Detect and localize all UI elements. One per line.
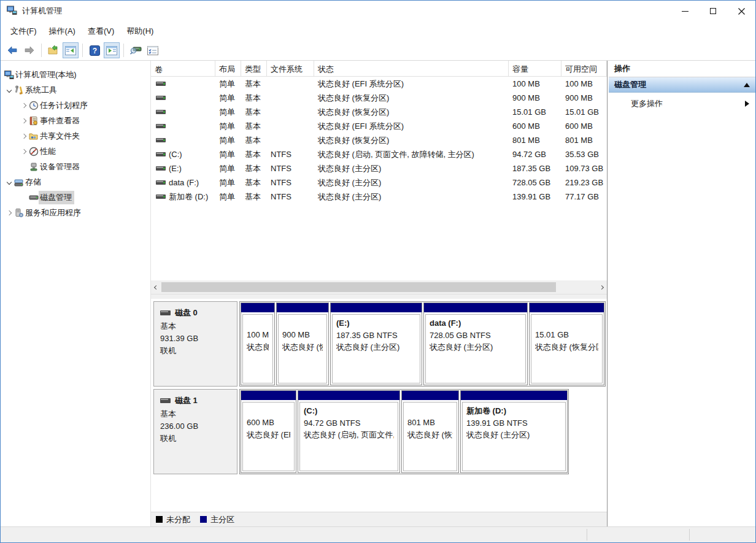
scroll-right-arrow[interactable] (596, 280, 607, 294)
volume-status: 状态良好 (启动, 页面文件, 故障转储, 主分区) (314, 149, 509, 160)
disk-management-view: 卷 布局 类型 文件系统 状态 容量 可用空间 简单 基本 状态良好 (EFI … (151, 61, 607, 526)
expand-chevron[interactable] (4, 88, 14, 92)
tree-item-device-manager[interactable]: 设备管理器 (1, 159, 150, 174)
partition-recovery-900mb[interactable]: 900 MB 状态良好 (恢复分区) (276, 302, 329, 385)
customize-view-button[interactable] (145, 42, 161, 58)
volume-capacity: 94.72 GB (509, 150, 561, 159)
help-button[interactable]: ? (87, 42, 102, 58)
volume-icon (156, 82, 166, 86)
forward-button[interactable] (21, 42, 37, 58)
console-tree: 计算机管理(本地) 系统工具 任务计划程序 (1, 61, 151, 526)
tree-item-computer-management[interactable]: 计算机管理(本地) (1, 67, 150, 82)
performance-icon (29, 147, 39, 156)
table-row[interactable]: (C:) 简单 基本 NTFS 状态良好 (启动, 页面文件, 故障转储, 主分… (151, 147, 607, 161)
partition-title (407, 405, 453, 417)
disk-icon (160, 310, 171, 315)
partition-efi-600mb[interactable]: 600 MB 状态良好 (EFI 系统分区) (241, 390, 296, 473)
table-row[interactable]: (E:) 简单 基本 NTFS 状态良好 (主分区) 187.35 GB 109… (151, 161, 607, 175)
table-row[interactable]: 新加卷 (D:) 简单 基本 NTFS 状态良好 (主分区) 139.91 GB… (151, 190, 607, 204)
volume-status: 状态良好 (EFI 系统分区) (314, 121, 509, 132)
expand-chevron[interactable] (4, 211, 14, 215)
shared-folder-icon (29, 131, 39, 141)
tree-item-storage[interactable]: 存储 (1, 174, 150, 190)
tree-item-disk-management[interactable]: 磁盘管理 (1, 190, 150, 205)
chevron-left-icon (154, 285, 158, 289)
expand-chevron[interactable] (19, 104, 29, 107)
menu-file[interactable]: 文件(F) (4, 23, 43, 39)
partition-size: 100 MB (247, 329, 269, 341)
menu-action[interactable]: 操作(A) (43, 23, 82, 39)
table-row[interactable]: 简单 基本 状态良好 (恢复分区) 15.01 GB 15.01 GB (151, 105, 607, 119)
volume-layout: 简单 (215, 163, 241, 174)
tree-item-shared-folders[interactable]: 共享文件夹 (1, 128, 150, 144)
disk-management-icon (29, 193, 39, 202)
column-header-volume[interactable]: 卷 (151, 61, 215, 76)
scrollbar-thumb[interactable] (161, 282, 556, 292)
volume-icon (156, 194, 166, 199)
partition-c[interactable]: (C:) 94.72 GB NTFS 状态良好 (启动, 页面文件, 故障转储,… (298, 390, 400, 473)
more-actions-item[interactable]: 更多操作 (609, 93, 755, 115)
partition-efi-100mb[interactable]: 100 MB 状态良好 (EFI 系统分区) (241, 302, 275, 385)
disk-inspect-button[interactable] (128, 42, 144, 58)
volume-type: 基本 (241, 121, 267, 132)
horizontal-scrollbar[interactable] (151, 280, 607, 294)
volume-layout: 简单 (215, 135, 241, 146)
volume-name: (C:) (169, 150, 182, 159)
partition-recovery-15gb[interactable]: 15.01 GB 状态良好 (恢复分区) (529, 302, 604, 385)
export-list-button[interactable] (45, 42, 61, 58)
column-header-status[interactable]: 状态 (314, 61, 509, 76)
minimize-icon (682, 11, 688, 12)
actions-section-header[interactable]: 磁盘管理 (609, 77, 755, 93)
close-button[interactable] (727, 1, 755, 21)
partition-new-volume-d[interactable]: 新加卷 (D:) 139.91 GB NTFS 状态良好 (主分区) (460, 390, 568, 473)
menu-help[interactable]: 帮助(H) (120, 23, 160, 39)
volume-type: 基本 (241, 93, 267, 104)
volume-free: 15.01 GB (561, 107, 607, 117)
expand-chevron[interactable] (19, 119, 29, 123)
chevron-right-icon (21, 118, 26, 123)
tree-item-performance[interactable]: 性能 (1, 144, 150, 159)
tree-item-services-applications[interactable]: 服务和应用程序 (1, 205, 150, 220)
column-header-fs[interactable]: 文件系统 (267, 61, 314, 76)
back-button[interactable] (4, 42, 20, 58)
maximize-button[interactable] (699, 1, 727, 21)
column-header-layout[interactable]: 布局 (215, 61, 241, 76)
show-console-tree-button[interactable] (63, 42, 79, 58)
tree-item-system-tools[interactable]: 系统工具 (1, 82, 150, 98)
toolbar: ? (1, 40, 755, 61)
partition-status: 状态良好 (恢复分区) (282, 341, 323, 353)
expand-chevron[interactable] (19, 150, 29, 153)
partition-recovery-801mb[interactable]: 801 MB 状态良好 (恢复分区) (401, 390, 459, 473)
partition-e[interactable]: (E:) 187.35 GB NTFS 状态良好 (主分区) (330, 302, 422, 385)
column-header-capacity[interactable]: 容量 (509, 61, 561, 76)
table-row[interactable]: 简单 基本 状态良好 (EFI 系统分区) 600 MB 600 MB (151, 119, 607, 133)
tree-item-event-viewer[interactable]: 事件查看器 (1, 113, 150, 128)
table-row[interactable]: 简单 基本 状态良好 (EFI 系统分区) 100 MB 100 MB (151, 77, 607, 91)
table-row[interactable]: 简单 基本 状态良好 (恢复分区) 801 MB 801 MB (151, 133, 607, 147)
disk1-info-box[interactable]: 磁盘 1 基本 236.00 GB 联机 (153, 389, 237, 474)
disk0-info-box[interactable]: 磁盘 0 基本 931.39 GB 联机 (153, 301, 237, 387)
system-tools-icon (14, 85, 24, 95)
close-icon (738, 8, 745, 15)
chevron-right-icon (600, 285, 604, 289)
tree-item-task-scheduler[interactable]: 任务计划程序 (1, 98, 150, 113)
expand-chevron[interactable] (19, 134, 29, 138)
pane-splitter[interactable] (151, 294, 607, 299)
table-row[interactable]: 简单 基本 状态良好 (恢复分区) 900 MB 900 MB (151, 91, 607, 105)
menu-view[interactable]: 查看(V) (82, 23, 120, 39)
column-header-free[interactable]: 可用空间 (561, 61, 607, 76)
minimize-button[interactable] (671, 1, 699, 21)
table-row[interactable]: data (F:) 简单 基本 NTFS 状态良好 (主分区) 728.05 G… (151, 175, 607, 190)
expand-chevron[interactable] (4, 180, 14, 184)
scroll-left-arrow[interactable] (151, 280, 161, 294)
volume-icon (156, 124, 166, 128)
tree-label: 任务计划程序 (40, 100, 88, 111)
partition-color-bar (298, 391, 399, 400)
volume-fs: NTFS (267, 150, 314, 159)
show-action-pane-button[interactable] (104, 42, 120, 58)
column-header-type[interactable]: 类型 (241, 61, 267, 76)
partition-data-f[interactable]: data (F:) 728.05 GB NTFS 状态良好 (主分区) (423, 302, 528, 385)
disk-name: 磁盘 0 (175, 307, 198, 319)
volume-icon (156, 96, 166, 100)
collapse-icon[interactable] (744, 83, 750, 87)
